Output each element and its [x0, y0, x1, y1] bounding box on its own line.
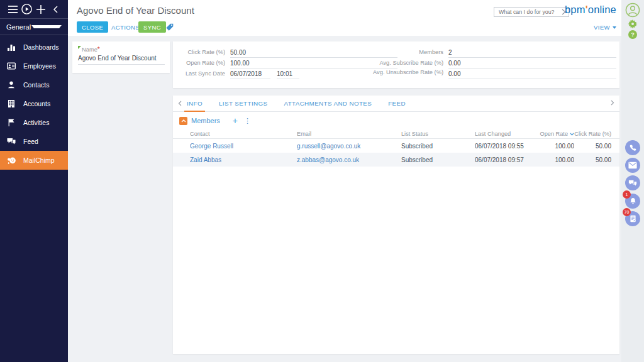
sidebar: General Dashboards Employees Contacts [0, 0, 68, 362]
name-field-label-row: Name* [78, 46, 100, 53]
contact-link[interactable]: George Russell [190, 143, 297, 150]
sidebar-item-accounts[interactable]: Accounts [0, 94, 68, 113]
sidebar-toolbar [0, 0, 68, 19]
last-changed-cell: 06/07/2018 09:57 [475, 156, 536, 163]
avg-subscribe-value[interactable]: 0.00 [448, 60, 616, 69]
sidebar-item-label: Dashboards [23, 43, 59, 51]
col-contact[interactable]: Contact [190, 131, 297, 137]
members-section-title: Members [191, 117, 220, 124]
sidebar-item-employees[interactable]: Employees [0, 57, 68, 75]
tab-bar: INFO LIST SETTINGS ATTACHMENTS AND NOTES… [173, 96, 619, 112]
sidebar-item-label: MailChimp [23, 156, 55, 164]
members-count-label: Members [371, 49, 443, 55]
sync-button[interactable]: SYNC [138, 21, 166, 33]
sidebar-item-dashboards[interactable]: Dashboards [0, 38, 68, 57]
collapse-sidebar-icon[interactable] [48, 0, 63, 19]
name-card: Name* Agovo End of Year Discount [72, 41, 170, 73]
content-area: Name* Agovo End of Year Discount Click R… [68, 36, 621, 362]
open-rate-cell: 100.00 [536, 156, 574, 163]
command-line-search [494, 7, 569, 17]
right-side-panel: ? 1 70 [621, 0, 644, 362]
tag-icon[interactable] [165, 23, 174, 32]
click-rate-cell: 50.00 [574, 143, 619, 150]
notification-badge: 1 [623, 190, 631, 199]
col-list-status[interactable]: List Status [401, 131, 475, 137]
collapse-section-icon[interactable] [179, 117, 187, 125]
add-new-icon[interactable] [34, 0, 48, 19]
members-section-header: Members + ⋮ [173, 116, 251, 126]
list-status-cell: Subscribed [401, 156, 475, 163]
stats-fields-card: Click Rate (%) 50.00 Open Rate (%) 100.0… [173, 41, 619, 88]
task-badge: 70 [623, 208, 631, 216]
sidebar-item-label: Contacts [23, 81, 49, 89]
tab-feed[interactable]: FEED [388, 96, 406, 112]
tab-info[interactable]: INFO [187, 96, 203, 112]
tab-attachments-and-notes[interactable]: ATTACHMENTS AND NOTES [284, 96, 372, 112]
col-open-rate[interactable]: Open Rate [536, 131, 574, 137]
sidebar-item-contacts[interactable]: Contacts [0, 75, 68, 94]
tabs-scroll-left-icon[interactable] [173, 101, 187, 106]
sidebar-item-mailchimp[interactable]: MailChimp [0, 151, 68, 170]
avg-subscribe-field: Avg. Subscribe Rate (%) 0.00 [173, 60, 619, 70]
modified-marker-icon [78, 46, 81, 49]
sidebar-menu: Dashboards Employees Contacts Accounts A… [0, 38, 68, 170]
workspace-selector[interactable]: General [0, 19, 68, 35]
view-label: VIEW [594, 24, 610, 31]
close-button[interactable]: CLOSE [77, 21, 108, 33]
open-rate-cell: 100.00 [536, 143, 574, 150]
sidebar-item-label: Feed [23, 138, 38, 145]
sort-desc-icon [570, 131, 574, 137]
members-count-value[interactable]: 2 [448, 49, 616, 58]
name-field-value[interactable]: Agovo End of Year Discount [78, 55, 165, 65]
avg-unsubscribe-value[interactable]: 0.00 [448, 70, 616, 79]
search-input[interactable] [499, 9, 562, 15]
avg-unsubscribe-field: Avg. Unsubscribe Rate (%) 0.00 [173, 69, 619, 79]
sidebar-item-activities[interactable]: Activities [0, 113, 68, 132]
tabs-scroll-right-icon[interactable] [611, 100, 614, 107]
help-icon[interactable]: ? [628, 30, 637, 39]
click-rate-cell: 50.00 [574, 156, 619, 163]
members-count-field: Members 2 [173, 49, 619, 59]
col-click-rate[interactable]: Click Rate (%) [574, 131, 619, 137]
grid-header-row: Contact Email List Status Last Changed O… [173, 129, 619, 139]
avg-unsubscribe-label: Avg. Unsubscribe Rate (%) [371, 69, 443, 76]
contact-link[interactable]: Zaid Abbas [190, 156, 297, 163]
contacts-icon [6, 80, 17, 90]
menu-hamburger-icon[interactable] [6, 0, 20, 19]
user-avatar-icon[interactable] [625, 3, 640, 18]
bpmonline-logo: bpm'online [565, 4, 616, 16]
table-row[interactable]: George Russell g.russell@agovo.co.uk Sub… [173, 139, 619, 153]
page-title: Agovo End of Year Discount [77, 5, 194, 16]
add-member-button[interactable]: + [233, 116, 238, 125]
email-link[interactable]: z.abbas@agovo.co.uk [297, 156, 401, 163]
sidebar-item-label: Accounts [23, 100, 50, 107]
email-icon[interactable] [625, 158, 640, 173]
chat-icon[interactable] [625, 175, 640, 190]
mailchimp-monkey-icon [6, 155, 17, 166]
employees-icon [6, 61, 17, 72]
sidebar-item-label: Activities [23, 119, 49, 126]
members-menu-icon[interactable]: ⋮ [244, 118, 251, 124]
tab-list-settings[interactable]: LIST SETTINGS [219, 96, 267, 112]
col-email[interactable]: Email [297, 131, 401, 137]
activities-flag-icon [6, 118, 17, 128]
email-link[interactable]: g.russell@agovo.co.uk [297, 143, 401, 150]
detail-card: INFO LIST SETTINGS ATTACHMENTS AND NOTES… [173, 96, 619, 354]
settings-gear-icon[interactable] [628, 19, 638, 29]
dashboards-icon [6, 42, 17, 53]
run-process-icon[interactable] [20, 0, 35, 19]
topbar: Agovo End of Year Discount CLOSE ACTIONS… [68, 0, 621, 36]
view-dropdown-button[interactable]: VIEW [594, 24, 616, 31]
col-last-changed[interactable]: Last Changed [475, 131, 536, 137]
actions-label: ACTIONS [111, 24, 140, 31]
phone-call-icon[interactable] [625, 140, 640, 155]
last-changed-cell: 06/07/2018 09:55 [475, 143, 536, 150]
members-grid: Contact Email List Status Last Changed O… [173, 129, 619, 167]
list-status-cell: Subscribed [401, 143, 475, 150]
workspace-label: General [6, 23, 31, 31]
sidebar-item-feed[interactable]: Feed [0, 132, 68, 151]
accounts-icon [6, 99, 17, 109]
avg-subscribe-label: Avg. Subscribe Rate (%) [371, 60, 443, 66]
table-row[interactable]: Zaid Abbas z.abbas@agovo.co.uk Subscribe… [173, 153, 619, 167]
name-field-label: Name [82, 47, 97, 53]
